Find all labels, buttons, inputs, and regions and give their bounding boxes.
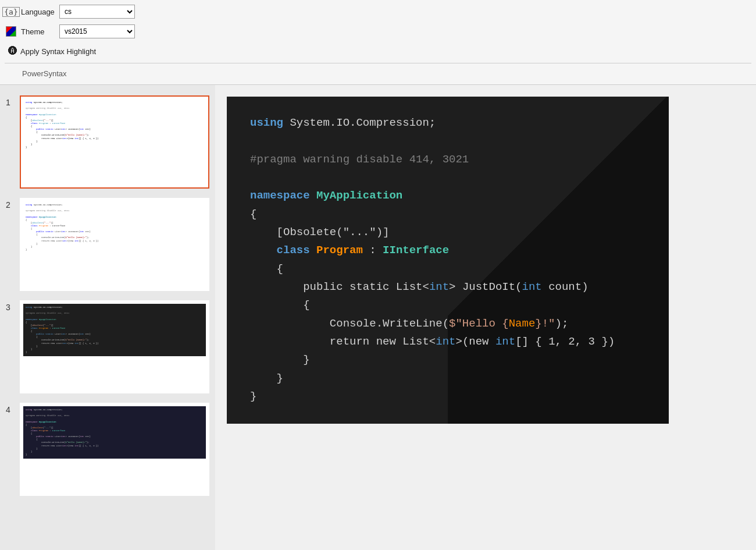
toolbar: {a} Language cs js py html Theme vs2015 … xyxy=(0,0,756,85)
thumbnail-2[interactable]: using System.IO.Compression; #pragma war… xyxy=(20,198,209,291)
theme-select[interactable]: vs2015 vs monokai xyxy=(59,24,135,38)
language-row: {a} Language cs js py html xyxy=(5,2,751,21)
language-label: Language xyxy=(21,8,56,16)
main-content: 1 using System.IO.Compression; #pragma w… xyxy=(0,85,756,550)
thumbnail-row-4: 4 using System.IO.Compression; #pragma w… xyxy=(0,398,215,501)
thumbnail-row-2: 2 using System.IO.Compression; #pragma w… xyxy=(0,193,215,296)
thumbnail-row-1: 1 using System.IO.Compression; #pragma w… xyxy=(0,91,215,193)
thumb-code-1: using System.IO.Compression; #pragma war… xyxy=(23,99,206,151)
apply-icon: 🅐 xyxy=(8,46,17,56)
thumb-inner-3: using System.IO.Compression; #pragma war… xyxy=(23,304,206,390)
thumb-inner-1: using System.IO.Compression; #pragma war… xyxy=(23,99,206,185)
thumb-inner-2: using System.IO.Compression; #pragma war… xyxy=(23,201,206,288)
apply-label: Apply Syntax Highlight xyxy=(20,47,96,56)
code-view: using System.IO.Compression; #pragma war… xyxy=(250,114,646,406)
right-panel: using System.IO.Compression; #pragma war… xyxy=(215,85,756,550)
theme-icon xyxy=(5,25,17,38)
code-container: using System.IO.Compression; #pragma war… xyxy=(227,97,669,424)
language-icon: {a} xyxy=(5,5,17,18)
thumb-code-2: using System.IO.Compression; #pragma war… xyxy=(23,201,206,254)
theme-row: Theme vs2015 vs monokai xyxy=(5,22,751,41)
left-panel: 1 using System.IO.Compression; #pragma w… xyxy=(0,85,215,550)
thumb-inner-4: using System.IO.Compression; #pragma war… xyxy=(23,406,206,492)
thumb-number-1: 1 xyxy=(6,95,15,107)
thumb-number-4: 4 xyxy=(6,403,15,414)
language-select[interactable]: cs js py html xyxy=(59,5,135,19)
apply-row: 🅐 Apply Syntax Highlight xyxy=(5,42,751,61)
thumbnail-row-3: 3 using System.IO.Compression; #pragma w… xyxy=(0,296,215,398)
thumb-code-3: using System.IO.Compression; #pragma war… xyxy=(23,304,206,356)
thumb-code-4: using System.IO.Compression; #pragma war… xyxy=(23,406,206,459)
theme-label: Theme xyxy=(21,27,56,36)
thumbnail-3[interactable]: using System.IO.Compression; #pragma war… xyxy=(20,300,209,393)
thumb-number-3: 3 xyxy=(6,300,15,312)
thumbnail-4[interactable]: using System.IO.Compression; #pragma war… xyxy=(20,403,209,496)
powersyntax-label: PowerSyntax xyxy=(5,66,751,82)
toolbar-separator xyxy=(5,63,751,63)
thumb-number-2: 2 xyxy=(6,198,15,210)
apply-syntax-button[interactable]: 🅐 Apply Syntax Highlight xyxy=(5,44,99,58)
thumbnail-1[interactable]: using System.IO.Compression; #pragma war… xyxy=(20,95,209,189)
